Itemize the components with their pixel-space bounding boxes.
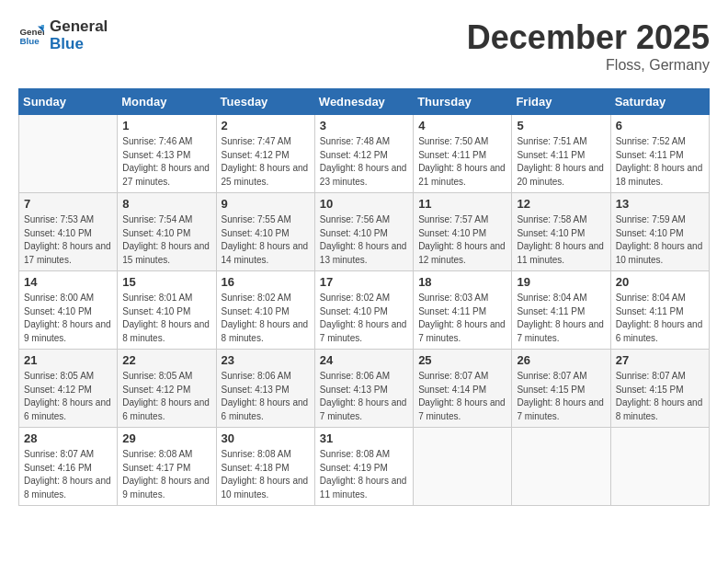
logo-blue-text: Blue bbox=[50, 36, 108, 53]
day-number: 14 bbox=[24, 275, 112, 289]
calendar-cell: 6 Sunrise: 7:52 AMSunset: 4:11 PMDayligh… bbox=[610, 115, 709, 193]
calendar-week-row: 28 Sunrise: 8:07 AMSunset: 4:16 PMDaylig… bbox=[19, 428, 710, 506]
day-info: Sunrise: 8:04 AMSunset: 4:11 PMDaylight:… bbox=[616, 292, 704, 345]
calendar-cell: 19 Sunrise: 8:04 AMSunset: 4:11 PMDaylig… bbox=[512, 271, 610, 350]
day-info: Sunrise: 8:05 AMSunset: 4:12 PMDaylight:… bbox=[122, 370, 210, 423]
day-info: Sunrise: 7:56 AMSunset: 4:10 PMDaylight:… bbox=[320, 213, 408, 267]
day-number: 26 bbox=[517, 353, 605, 367]
day-number: 17 bbox=[320, 275, 408, 289]
day-number: 31 bbox=[320, 431, 408, 445]
calendar-table: SundayMondayTuesdayWednesdayThursdayFrid… bbox=[18, 88, 710, 506]
day-number: 10 bbox=[320, 197, 408, 211]
day-info: Sunrise: 8:08 AMSunset: 4:19 PMDaylight:… bbox=[320, 448, 408, 501]
day-number: 18 bbox=[418, 275, 506, 289]
day-number: 16 bbox=[222, 275, 310, 289]
calendar-week-row: 21 Sunrise: 8:05 AMSunset: 4:12 PMDaylig… bbox=[19, 350, 710, 428]
day-info: Sunrise: 7:54 AMSunset: 4:10 PMDaylight:… bbox=[122, 213, 210, 267]
day-info: Sunrise: 7:58 AMSunset: 4:10 PMDaylight:… bbox=[517, 213, 605, 267]
day-info: Sunrise: 8:03 AMSunset: 4:11 PMDaylight:… bbox=[418, 292, 506, 345]
day-number: 23 bbox=[222, 353, 310, 367]
month-year-title: December 2025 bbox=[467, 18, 710, 57]
day-info: Sunrise: 7:50 AMSunset: 4:11 PMDaylight:… bbox=[418, 135, 506, 189]
calendar-cell: 20 Sunrise: 8:04 AMSunset: 4:11 PMDaylig… bbox=[610, 271, 709, 350]
calendar-cell: 21 Sunrise: 8:05 AMSunset: 4:12 PMDaylig… bbox=[19, 350, 118, 428]
day-number: 1 bbox=[122, 119, 210, 132]
day-info: Sunrise: 8:05 AMSunset: 4:12 PMDaylight:… bbox=[24, 370, 112, 423]
day-number: 4 bbox=[418, 119, 506, 132]
calendar-cell bbox=[414, 428, 512, 506]
calendar-cell bbox=[19, 115, 118, 193]
day-number: 28 bbox=[24, 431, 112, 445]
page-header: General Blue General Blue December 2025 … bbox=[18, 18, 710, 74]
day-number: 3 bbox=[320, 119, 408, 132]
day-info: Sunrise: 8:08 AMSunset: 4:18 PMDaylight:… bbox=[222, 448, 310, 501]
day-number: 27 bbox=[616, 353, 704, 367]
calendar-cell: 18 Sunrise: 8:03 AMSunset: 4:11 PMDaylig… bbox=[414, 271, 512, 350]
day-info: Sunrise: 8:07 AMSunset: 4:15 PMDaylight:… bbox=[616, 370, 704, 423]
calendar-week-row: 1 Sunrise: 7:46 AMSunset: 4:13 PMDayligh… bbox=[19, 115, 710, 193]
location-subtitle: Floss, Germany bbox=[467, 57, 710, 74]
day-number: 29 bbox=[122, 431, 210, 445]
calendar-cell: 16 Sunrise: 8:02 AMSunset: 4:10 PMDaylig… bbox=[216, 271, 314, 350]
day-number: 11 bbox=[418, 197, 506, 211]
day-number: 30 bbox=[222, 431, 310, 445]
calendar-cell: 15 Sunrise: 8:01 AMSunset: 4:10 PMDaylig… bbox=[118, 271, 216, 350]
calendar-cell: 27 Sunrise: 8:07 AMSunset: 4:15 PMDaylig… bbox=[610, 350, 709, 428]
calendar-cell: 12 Sunrise: 7:58 AMSunset: 4:10 PMDaylig… bbox=[512, 193, 610, 271]
day-number: 22 bbox=[122, 353, 210, 367]
calendar-cell: 30 Sunrise: 8:08 AMSunset: 4:18 PMDaylig… bbox=[216, 428, 314, 506]
calendar-cell: 2 Sunrise: 7:47 AMSunset: 4:12 PMDayligh… bbox=[216, 115, 314, 193]
day-info: Sunrise: 8:07 AMSunset: 4:15 PMDaylight:… bbox=[517, 370, 605, 423]
day-number: 21 bbox=[24, 353, 112, 367]
logo: General Blue General Blue bbox=[18, 18, 108, 52]
calendar-cell: 29 Sunrise: 8:08 AMSunset: 4:17 PMDaylig… bbox=[118, 428, 216, 506]
calendar-cell: 8 Sunrise: 7:54 AMSunset: 4:10 PMDayligh… bbox=[118, 193, 216, 271]
day-info: Sunrise: 7:48 AMSunset: 4:12 PMDaylight:… bbox=[320, 135, 408, 189]
day-info: Sunrise: 8:07 AMSunset: 4:14 PMDaylight:… bbox=[418, 370, 506, 423]
day-info: Sunrise: 8:07 AMSunset: 4:16 PMDaylight:… bbox=[24, 448, 112, 501]
day-number: 19 bbox=[517, 275, 605, 289]
day-info: Sunrise: 8:02 AMSunset: 4:10 PMDaylight:… bbox=[320, 292, 408, 345]
weekday-header-monday: Monday bbox=[118, 89, 216, 115]
calendar-cell: 14 Sunrise: 8:00 AMSunset: 4:10 PMDaylig… bbox=[19, 271, 118, 350]
day-info: Sunrise: 8:08 AMSunset: 4:17 PMDaylight:… bbox=[122, 448, 210, 501]
day-number: 25 bbox=[418, 353, 506, 367]
calendar-cell: 1 Sunrise: 7:46 AMSunset: 4:13 PMDayligh… bbox=[118, 115, 216, 193]
weekday-header-thursday: Thursday bbox=[414, 89, 512, 115]
day-number: 9 bbox=[222, 197, 310, 211]
calendar-cell bbox=[512, 428, 610, 506]
day-number: 6 bbox=[616, 119, 704, 132]
day-info: Sunrise: 7:55 AMSunset: 4:10 PMDaylight:… bbox=[222, 213, 310, 267]
calendar-cell: 23 Sunrise: 8:06 AMSunset: 4:13 PMDaylig… bbox=[216, 350, 314, 428]
logo-icon: General Blue bbox=[18, 23, 44, 49]
day-number: 13 bbox=[616, 197, 704, 211]
svg-text:Blue: Blue bbox=[19, 36, 40, 46]
calendar-cell: 3 Sunrise: 7:48 AMSunset: 4:12 PMDayligh… bbox=[314, 115, 413, 193]
day-info: Sunrise: 7:52 AMSunset: 4:11 PMDaylight:… bbox=[616, 135, 704, 189]
calendar-cell: 10 Sunrise: 7:56 AMSunset: 4:10 PMDaylig… bbox=[314, 193, 413, 271]
calendar-week-row: 7 Sunrise: 7:53 AMSunset: 4:10 PMDayligh… bbox=[19, 193, 710, 271]
calendar-cell: 26 Sunrise: 8:07 AMSunset: 4:15 PMDaylig… bbox=[512, 350, 610, 428]
calendar-cell: 13 Sunrise: 7:59 AMSunset: 4:10 PMDaylig… bbox=[610, 193, 709, 271]
calendar-cell: 4 Sunrise: 7:50 AMSunset: 4:11 PMDayligh… bbox=[414, 115, 512, 193]
day-info: Sunrise: 8:00 AMSunset: 4:10 PMDaylight:… bbox=[24, 292, 112, 345]
day-info: Sunrise: 7:51 AMSunset: 4:11 PMDaylight:… bbox=[517, 135, 605, 189]
calendar-cell: 24 Sunrise: 8:06 AMSunset: 4:13 PMDaylig… bbox=[314, 350, 413, 428]
calendar-cell: 17 Sunrise: 8:02 AMSunset: 4:10 PMDaylig… bbox=[314, 271, 413, 350]
day-number: 12 bbox=[517, 197, 605, 211]
weekday-header-tuesday: Tuesday bbox=[216, 89, 314, 115]
day-number: 20 bbox=[616, 275, 704, 289]
day-info: Sunrise: 8:01 AMSunset: 4:10 PMDaylight:… bbox=[122, 292, 210, 345]
day-number: 7 bbox=[24, 197, 112, 211]
day-number: 2 bbox=[222, 119, 310, 132]
day-number: 8 bbox=[122, 197, 210, 211]
calendar-week-row: 14 Sunrise: 8:00 AMSunset: 4:10 PMDaylig… bbox=[19, 271, 710, 350]
calendar-cell: 9 Sunrise: 7:55 AMSunset: 4:10 PMDayligh… bbox=[216, 193, 314, 271]
day-info: Sunrise: 7:46 AMSunset: 4:13 PMDaylight:… bbox=[122, 135, 210, 189]
day-info: Sunrise: 7:53 AMSunset: 4:10 PMDaylight:… bbox=[24, 213, 112, 267]
calendar-cell: 5 Sunrise: 7:51 AMSunset: 4:11 PMDayligh… bbox=[512, 115, 610, 193]
day-info: Sunrise: 7:47 AMSunset: 4:12 PMDaylight:… bbox=[222, 135, 310, 189]
logo-general-text: General bbox=[50, 18, 108, 36]
calendar-cell: 7 Sunrise: 7:53 AMSunset: 4:10 PMDayligh… bbox=[19, 193, 118, 271]
weekday-header-row: SundayMondayTuesdayWednesdayThursdayFrid… bbox=[19, 89, 710, 115]
